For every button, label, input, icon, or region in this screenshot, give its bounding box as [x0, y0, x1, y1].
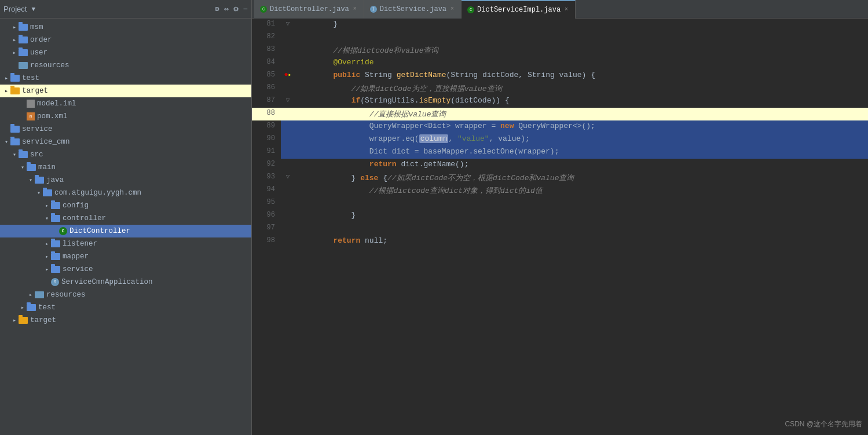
- sidebar-item-test[interactable]: test: [0, 72, 251, 85]
- arrow-icon: [27, 177, 35, 184]
- folder-icon: [51, 240, 60, 247]
- table-row: 85 ●▸ public String getDictName(String d…: [252, 70, 868, 82]
- sidebar-item-test2[interactable]: test: [0, 301, 251, 314]
- folder-icon: [19, 62, 28, 69]
- arrow-icon: [35, 189, 43, 196]
- tab-close-dict-service-impl[interactable]: ×: [563, 6, 569, 13]
- sidebar-item-controller[interactable]: controller: [0, 212, 251, 225]
- fold-icon[interactable]: ▽: [286, 20, 290, 27]
- sidebar-item-config[interactable]: config: [0, 199, 251, 212]
- code-lines: 81 ▽ } 82 83 //根据dictcode和value查询 84 @: [252, 19, 868, 248]
- code-editor[interactable]: 81 ▽ } 82 83 //根据dictcode和value查询: [252, 19, 868, 435]
- sidebar-item-dict-controller[interactable]: C DictController: [0, 225, 251, 237]
- arrow-icon: [19, 304, 27, 311]
- folder-icon: [10, 126, 20, 133]
- table-row: 93 ▽ } else {//如果dictCode不为空，根据dictCode和…: [252, 171, 868, 184]
- java-class-icon: C: [59, 227, 67, 235]
- sidebar-item-package[interactable]: com.atguigu.yygh.cmn: [0, 187, 251, 199]
- arrow-icon: [10, 49, 19, 56]
- sidebar-header: Project ▼ ⊕ ⇔ ⚙ −: [0, 0, 251, 19]
- file-tree: msm order user resources test: [0, 19, 251, 329]
- fold-icon[interactable]: ▽: [286, 173, 290, 180]
- chevron-down-icon[interactable]: ▼: [31, 6, 35, 13]
- folder-icon: [10, 138, 20, 145]
- table-row: 98 return null;: [252, 235, 868, 248]
- arrow-icon: [43, 240, 51, 247]
- sidebar-item-service-cmn[interactable]: service_cmn: [0, 136, 251, 148]
- minimize-icon[interactable]: −: [243, 5, 248, 14]
- table-row: 94 //根据dictcode查询dict对象，得到dict的id值: [252, 184, 868, 197]
- arrow-icon: [19, 164, 27, 171]
- folder-icon: [19, 24, 28, 31]
- tab-icon-c: C: [260, 6, 267, 13]
- sidebar-item-main[interactable]: main: [0, 161, 251, 174]
- tab-close-dict-service[interactable]: ×: [449, 6, 455, 12]
- arrow-icon: [2, 138, 10, 145]
- table-row: 90 wrapper.eq(column, "value", value);: [252, 133, 868, 146]
- arrow-icon: [43, 202, 51, 209]
- arrow-icon: [10, 24, 19, 31]
- arrow-icon: [43, 266, 51, 273]
- tab-icon-c2: C: [467, 6, 474, 13]
- table-row: QueryWrapper<Dict> wrapper = new QueryWr…: [252, 120, 868, 133]
- sidebar-item-target[interactable]: target: [0, 85, 251, 97]
- folder-icon: [35, 177, 44, 184]
- sidebar-item-resources2[interactable]: resources: [0, 288, 251, 301]
- folder-icon: [35, 291, 44, 298]
- iml-icon: [27, 100, 35, 108]
- table-row: 92 return dict.getName();: [252, 159, 868, 171]
- table-row: 96 }: [252, 210, 868, 222]
- execution-arrow-icon: ▸: [288, 72, 292, 78]
- table-row: 91 Dict dict = baseMapper.selectOne(wrap…: [252, 146, 868, 159]
- arrow-icon: [10, 36, 19, 43]
- table-row: 97: [252, 222, 868, 235]
- tab-dict-service[interactable]: I DictService.java ×: [364, 0, 462, 19]
- editor-area: C DictController.java × I DictService.ja…: [252, 0, 868, 435]
- folder-icon: [51, 215, 60, 222]
- folder-icon: [19, 317, 28, 324]
- arrow-icon: [27, 291, 35, 298]
- sidebar-item-service-app[interactable]: S ServiceCmnApplication: [0, 276, 251, 288]
- sidebar-item-service-inner[interactable]: service: [0, 263, 251, 276]
- sidebar-item-resources[interactable]: resources: [0, 59, 251, 72]
- xml-icon: m: [27, 112, 35, 120]
- table-row: 86 //如果dictCode为空，直接根据value查询: [252, 82, 868, 95]
- tab-dict-controller[interactable]: C DictController.java ×: [254, 0, 364, 19]
- sidebar-item-listener[interactable]: listener: [0, 237, 251, 250]
- arrow-icon: [2, 75, 10, 82]
- sidebar-item-java[interactable]: java: [0, 174, 251, 187]
- folder-icon: [27, 164, 36, 171]
- folder-icon: [19, 36, 28, 43]
- folder-icon: [51, 253, 60, 260]
- tab-dict-service-impl[interactable]: C DictServiceImpl.java ×: [462, 0, 576, 19]
- table-row: 82: [252, 31, 868, 44]
- split-icon[interactable]: ⇔: [224, 4, 229, 14]
- sidebar-item-src[interactable]: src: [0, 148, 251, 161]
- tab-label-dict-service-impl: DictServiceImpl.java: [477, 6, 561, 14]
- folder-icon: [10, 87, 20, 94]
- table-row: 95: [252, 197, 868, 210]
- sidebar-item-mapper[interactable]: mapper: [0, 250, 251, 263]
- tab-bar: C DictController.java × I DictService.ja…: [252, 0, 868, 19]
- tab-label-dict-controller: DictController.java: [270, 5, 349, 13]
- arrow-icon: [2, 87, 10, 94]
- folder-icon: [51, 266, 60, 273]
- folder-icon: [43, 189, 52, 196]
- arrow-icon: [43, 215, 51, 222]
- folder-icon: [51, 202, 60, 209]
- globe-icon[interactable]: ⊕: [214, 4, 219, 14]
- sidebar-item-user[interactable]: user: [0, 46, 251, 59]
- sidebar-item-target2[interactable]: target: [0, 314, 251, 327]
- gear-icon[interactable]: ⚙: [233, 4, 238, 14]
- sidebar-item-model-iml[interactable]: model.iml: [0, 97, 251, 110]
- fold-icon[interactable]: ▽: [286, 97, 290, 104]
- sidebar-item-pom-xml[interactable]: m pom.xml: [0, 110, 251, 123]
- folder-icon: [27, 304, 36, 311]
- sidebar-item-service[interactable]: service: [0, 123, 251, 136]
- tab-close-dict-controller[interactable]: ×: [352, 6, 358, 12]
- table-row: 81 ▽ }: [252, 19, 868, 31]
- sidebar-item-msm[interactable]: msm: [0, 21, 251, 34]
- sidebar-item-order[interactable]: order: [0, 34, 251, 46]
- tab-label-dict-service: DictService.java: [380, 5, 446, 13]
- watermark: CSDN @这个名字先用着: [785, 419, 862, 429]
